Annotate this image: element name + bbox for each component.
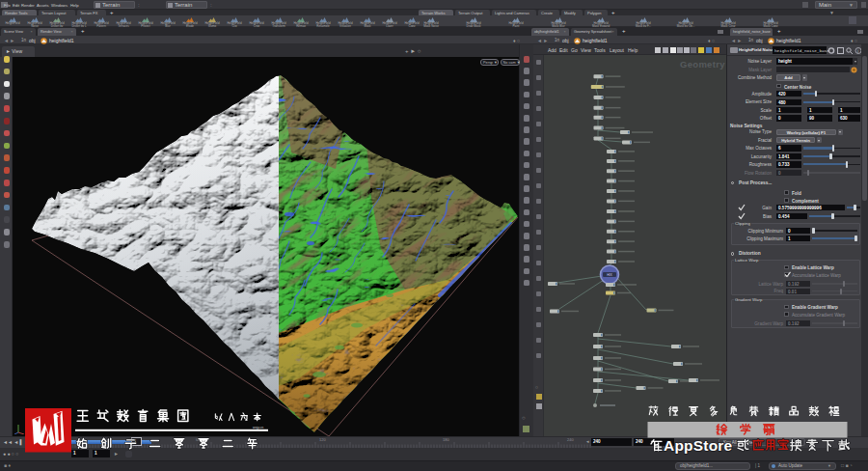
svg-text:wsjy.cn: wsjy.cn [253, 426, 263, 429]
svg-text:AppStore: AppStore [664, 437, 733, 454]
